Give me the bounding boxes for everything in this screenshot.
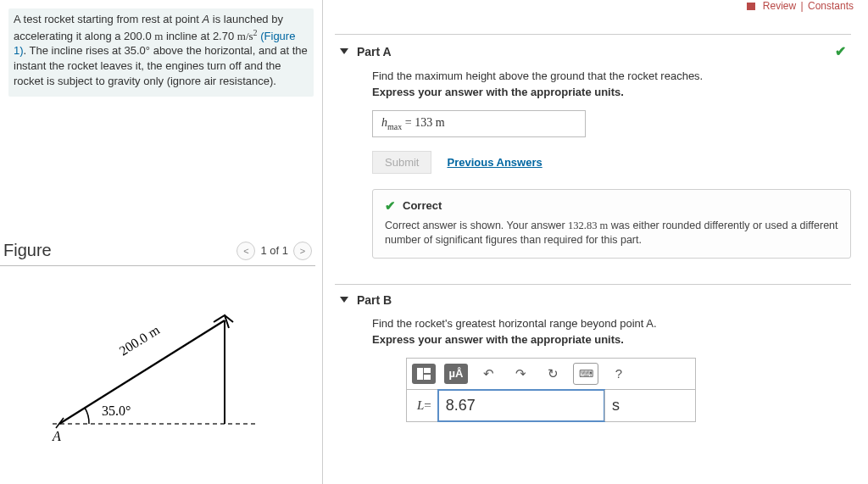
template-button[interactable] [412,364,436,384]
reset-button[interactable]: ↻ [541,364,565,384]
svg-text:35.0°: 35.0° [102,403,131,418]
redo-button[interactable]: ↷ [509,364,532,384]
units-button[interactable]: µÅ [444,364,468,384]
help-button[interactable]: ? [607,364,631,384]
svg-text:A: A [52,429,61,443]
part-a-title: Part A [357,45,392,58]
check-icon: ✔ [835,43,846,59]
problem-statement: A test rocket starting from rest at poin… [8,8,314,97]
svg-rect-9 [424,375,431,380]
part-a-instruction: Express your answer with the appropriate… [372,86,851,98]
chevron-down-icon [340,48,348,54]
part-b-title: Part B [357,293,392,307]
variable-label: L = [407,390,438,421]
part-b-prompt: Find the rocket's greatest horizontal ra… [372,317,851,330]
feedback-text: Correct answer is shown. Your answer 132… [385,219,840,248]
figure-prev-button[interactable]: < [236,242,255,260]
svg-rect-8 [424,368,431,373]
keyboard-button[interactable]: ⌨ [573,363,598,385]
figure-next-button[interactable]: > [293,242,312,260]
figure-count: 1 of 1 [260,244,288,257]
feedback-title: Correct [403,199,442,212]
review-icon [747,3,755,10]
value-input[interactable]: 8.67 [438,390,604,421]
review-link[interactable]: Review [763,0,796,12]
part-a-answer: hmax = 133 m [372,110,586,137]
previous-answers-link[interactable]: Previous Answers [447,156,542,169]
chevron-down-icon [340,297,348,303]
unit-input[interactable]: s [604,390,695,421]
answer-input-widget: µÅ ↶ ↷ ↻ ⌨ ? L = 8.67 s [406,358,696,422]
feedback-box: ✔ Correct Correct answer is shown. Your … [372,189,851,259]
undo-button[interactable]: ↶ [476,364,500,384]
submit-button: Submit [372,151,431,174]
constants-link[interactable]: Constants [808,0,854,12]
part-a-header[interactable]: Part A ✔ [335,34,851,64]
svg-text:200.0 m: 200.0 m [117,322,163,359]
check-icon: ✔ [385,198,396,214]
part-b-header[interactable]: Part B [335,284,851,312]
svg-rect-7 [417,368,423,380]
part-a-prompt: Find the maximum height above the ground… [372,70,851,82]
figure-title: Figure [3,241,52,260]
figure-diagram: 200.0 m 35.0° A [42,305,271,466]
part-b-instruction: Express your answer with the appropriate… [372,333,851,346]
